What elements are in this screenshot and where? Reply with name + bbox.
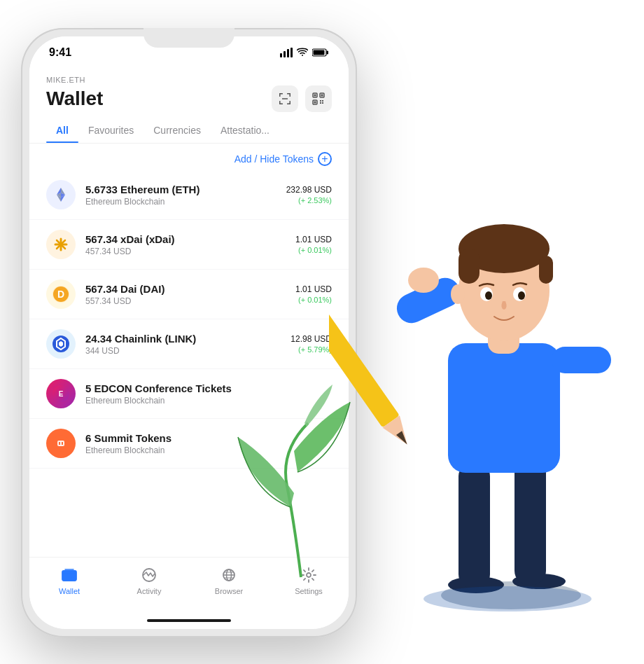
svg-rect-10 [290, 93, 291, 97]
link-usd: 12.98 USD [290, 334, 332, 344]
svg-rect-2 [287, 49, 289, 57]
tab-attestations[interactable]: Attestatio... [211, 118, 279, 143]
svg-text:D: D [57, 289, 64, 300]
xdai-change: (+ 0.01%) [295, 246, 332, 254]
wifi-icon [297, 48, 308, 57]
wallet-nav-label: Wallet [59, 587, 80, 595]
eth-icon [46, 180, 76, 209]
svg-rect-62 [448, 343, 560, 473]
svg-rect-47 [62, 442, 63, 445]
scan-button[interactable] [272, 85, 298, 112]
link-value: 12.98 USD (+ 5.79%) [290, 334, 332, 354]
status-icons [280, 48, 329, 57]
character-illustration [329, 42, 623, 616]
eth-change: (+ 2.53%) [286, 196, 332, 205]
status-time: 9:41 [49, 46, 71, 59]
svg-rect-3 [290, 48, 293, 57]
dai-value: 1.01 USD (+ 0.01%) [295, 284, 332, 304]
svg-rect-6 [314, 50, 325, 55]
svg-rect-49 [71, 576, 74, 578]
dai-info: 567.34 Dai (DAI) 557.34 USD [85, 283, 295, 306]
xdai-sub: 457.34 USD [85, 247, 295, 256]
app-header: MIKE.ETH Wallet [29, 64, 349, 118]
svg-rect-45 [57, 441, 64, 446]
link-sub: 344 USD [85, 346, 290, 356]
token-item-xdai[interactable]: 567.34 xDai (xDai) 457.34 USD 1.01 USD (… [29, 220, 349, 270]
summit-icon [46, 429, 76, 458]
eth-usd: 232.98 USD [286, 185, 332, 195]
link-icon [46, 329, 76, 359]
battery-icon [312, 48, 329, 57]
svg-rect-8 [279, 93, 281, 97]
phone-notch [144, 28, 234, 48]
svg-rect-64 [552, 347, 611, 373]
dai-change: (+ 0.01%) [295, 296, 332, 304]
eth-name: 5.6733 Ethereum (ETH) [85, 184, 286, 195]
svg-rect-22 [320, 100, 321, 102]
svg-rect-61 [514, 459, 546, 585]
svg-rect-68 [458, 249, 479, 284]
svg-rect-14 [290, 101, 291, 104]
xdai-name: 567.34 xDai (xDai) [85, 233, 295, 245]
wallet-nav-icon [60, 566, 78, 584]
svg-rect-21 [314, 102, 316, 104]
svg-rect-46 [59, 442, 60, 445]
add-tokens-label: Add / Hide Tokens [234, 153, 314, 165]
svg-rect-12 [279, 101, 281, 104]
eth-blockchain: Ethereum Blockchain [85, 197, 286, 207]
tab-all[interactable]: All [46, 118, 78, 143]
activity-nav-label: Activity [137, 587, 162, 595]
svg-rect-1 [284, 51, 286, 57]
link-change: (+ 5.79%) [290, 345, 332, 354]
xdai-value: 1.01 USD (+ 0.01%) [295, 235, 332, 254]
eth-value: 232.98 USD (+ 2.53%) [286, 185, 332, 205]
svg-point-82 [424, 586, 592, 611]
page-title: Wallet [46, 88, 103, 110]
leaf-decoration [231, 381, 371, 594]
qr-button[interactable] [305, 85, 332, 112]
svg-rect-19 [321, 95, 323, 97]
home-indicator [29, 612, 349, 629]
svg-rect-60 [458, 462, 490, 588]
xdai-info: 567.34 xDai (xDai) 457.34 USD [85, 233, 295, 256]
svg-point-74 [518, 291, 525, 300]
svg-rect-25 [322, 102, 323, 104]
tab-favourites[interactable]: Favourites [78, 118, 144, 143]
svg-rect-48 [62, 571, 76, 581]
svg-text:E: E [59, 390, 64, 398]
token-item-link[interactable]: 24.34 Chainlink (LINK) 344 USD 12.98 USD… [29, 319, 349, 369]
user-label: MIKE.ETH [46, 76, 332, 84]
dai-name: 567.34 Dai (DAI) [85, 283, 295, 295]
edcon-icon: E [46, 379, 76, 408]
svg-rect-0 [280, 53, 282, 57]
home-bar [147, 619, 231, 622]
token-item-dai[interactable]: D 567.34 Dai (DAI) 557.34 USD 1.01 USD (… [29, 270, 349, 319]
svg-point-73 [485, 291, 492, 300]
xdai-usd: 1.01 USD [295, 235, 332, 244]
add-hide-tokens-button[interactable]: Add / Hide Tokens + [234, 152, 332, 166]
link-info: 24.34 Chainlink (LINK) 344 USD [85, 333, 290, 356]
signal-icon [280, 48, 293, 57]
token-item-eth[interactable]: 5.6733 Ethereum (ETH) Ethereum Blockchai… [29, 170, 349, 220]
svg-rect-5 [327, 51, 329, 55]
xdai-icon [46, 230, 76, 259]
nav-activity[interactable]: Activity [109, 563, 189, 598]
dai-sub: 557.34 USD [85, 296, 295, 306]
eth-info: 5.6733 Ethereum (ETH) Ethereum Blockchai… [85, 184, 286, 207]
scan-icon [278, 92, 292, 106]
qr-icon [312, 92, 326, 106]
dai-icon: D [46, 279, 76, 309]
svg-rect-69 [539, 256, 553, 284]
svg-rect-23 [322, 100, 323, 102]
link-name: 24.34 Chainlink (LINK) [85, 333, 290, 345]
activity-nav-icon [140, 566, 158, 584]
dai-usd: 1.01 USD [295, 284, 332, 294]
tabs-row: All Favourites Currencies Attestatio... [29, 118, 349, 144]
nav-wallet[interactable]: Wallet [29, 563, 109, 598]
svg-point-75 [408, 268, 439, 293]
svg-point-70 [451, 284, 465, 304]
svg-rect-17 [314, 95, 316, 97]
add-tokens-row: Add / Hide Tokens + [29, 144, 349, 170]
tab-currencies[interactable]: Currencies [144, 118, 211, 143]
svg-rect-24 [320, 102, 321, 104]
